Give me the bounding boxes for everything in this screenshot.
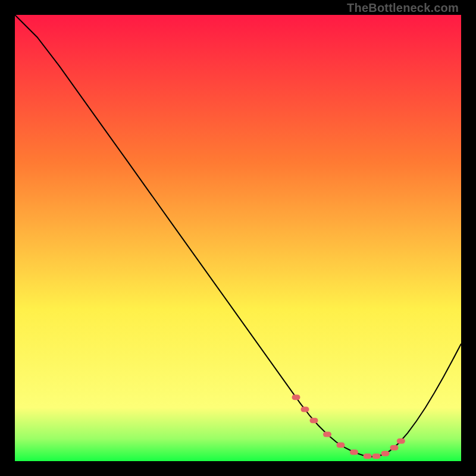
chart-plot-area xyxy=(15,15,461,461)
optimal-dot xyxy=(381,451,390,456)
optimal-dot xyxy=(301,407,309,412)
optimal-dot xyxy=(350,450,358,455)
optimal-dot xyxy=(372,453,381,459)
optimal-dot xyxy=(397,439,405,444)
watermark-text: TheBottleneck.com xyxy=(347,1,459,15)
optimal-dot xyxy=(337,443,345,448)
optimal-dot xyxy=(364,453,372,459)
gradient-background xyxy=(15,15,461,461)
optimal-dot xyxy=(390,445,399,450)
optimal-dot xyxy=(323,432,331,437)
optimal-dot xyxy=(292,394,300,400)
chart-frame: TheBottleneck.com xyxy=(0,0,476,476)
optimal-dot xyxy=(310,418,318,423)
